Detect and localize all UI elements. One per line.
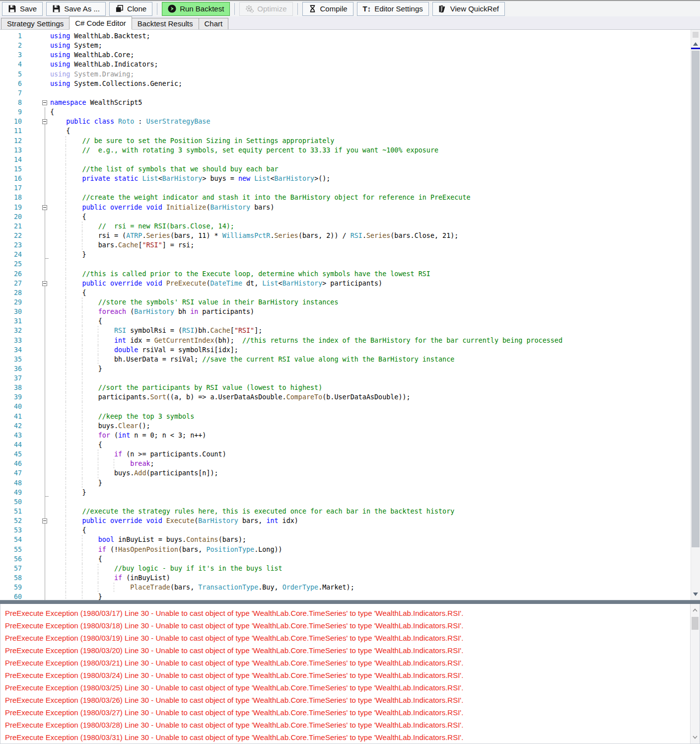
- code-line[interactable]: 10 public class Roto : UserStrategyBase: [0, 117, 691, 126]
- code-line[interactable]: 49 }: [0, 488, 691, 497]
- save-button[interactable]: Save: [2, 2, 43, 16]
- code-line[interactable]: 41 //keep the top 3 symbols: [0, 412, 691, 421]
- code-line[interactable]: 34 double rsiVal = symbolRsi[idx];: [0, 345, 691, 355]
- code-line[interactable]: 20 {: [0, 212, 691, 222]
- code-line[interactable]: 21 // rsi = new RSI(bars.Close, 14);: [0, 222, 691, 231]
- tab-chart[interactable]: Chart: [199, 18, 229, 29]
- save-as-button[interactable]: Save As ...: [46, 2, 106, 16]
- scroll-down-button[interactable]: [693, 593, 698, 596]
- code-line[interactable]: 31 {: [0, 316, 691, 326]
- code-line[interactable]: 27 public override void PreExecute(DateT…: [0, 279, 691, 288]
- error-row[interactable]: PreExecute Exception (1980/03/19) Line 3…: [0, 632, 690, 644]
- code-line[interactable]: 15 //the list of symbols that we should …: [0, 164, 691, 174]
- code-line[interactable]: 11 {: [0, 126, 691, 136]
- error-row[interactable]: PreExecute Exception (1980/03/28) Line 3…: [0, 719, 690, 731]
- code-line[interactable]: 16 private static List<BarHistory> buys …: [0, 174, 691, 183]
- code-line[interactable]: 13 // e.g., with rotating 3 symbols, set…: [0, 146, 691, 155]
- code-line[interactable]: 48 }: [0, 478, 691, 488]
- code-line[interactable]: 14: [0, 155, 691, 164]
- code-line[interactable]: 53 {: [0, 525, 691, 535]
- tab-code-editor[interactable]: C# Code Editor: [69, 16, 132, 30]
- code-line[interactable]: 35 bh.UserData = rsiVal; //save the curr…: [0, 355, 691, 364]
- code-line[interactable]: 4using WealthLab.Indicators;: [0, 60, 691, 69]
- code-line[interactable]: 36 }: [0, 364, 691, 373]
- fold-toggle-icon[interactable]: [42, 519, 47, 523]
- code-line[interactable]: 8namespace WealthScript5: [0, 98, 691, 107]
- code-line[interactable]: 60 }: [0, 592, 691, 600]
- optimize-button[interactable]: Optimize: [239, 2, 292, 16]
- code-line[interactable]: 45 if (n >= participants.Count): [0, 449, 691, 459]
- code-line[interactable]: 44 {: [0, 440, 691, 449]
- code-line[interactable]: 38 //sort the participants by RSI value …: [0, 383, 691, 392]
- error-row[interactable]: PreExecute Exception (1980/03/20) Line 3…: [0, 644, 690, 657]
- code-line[interactable]: 7: [0, 88, 691, 98]
- error-row[interactable]: PreExecute Exception (1980/03/27) Line 3…: [0, 706, 690, 719]
- editor-scrollbar[interactable]: [691, 30, 700, 600]
- fold-toggle-icon[interactable]: [42, 205, 47, 210]
- code-line[interactable]: 57 //buy logic - buy if it's in the buys…: [0, 564, 691, 573]
- code-line[interactable]: 43 for (int n = 0; n < 3; n++): [0, 431, 691, 440]
- scrollbar-thumb[interactable]: [692, 617, 699, 630]
- code-line[interactable]: 54 bool inBuyList = buys.Contains(bars);: [0, 535, 691, 544]
- error-row[interactable]: PreExecute Exception (1980/03/25) Line 3…: [0, 681, 690, 694]
- code-line[interactable]: 26 //this is called prior to the Execute…: [0, 269, 691, 279]
- code-line[interactable]: 52 public override void Execute(BarHisto…: [0, 516, 691, 525]
- view-quickref-button[interactable]: View QuickRef: [432, 2, 505, 16]
- code-line[interactable]: 55 if (!HasOpenPosition(bars, PositionTy…: [0, 545, 691, 554]
- code-line[interactable]: 37: [0, 373, 691, 383]
- code-line[interactable]: 47 buys.Add(participants[n]);: [0, 468, 691, 478]
- error-row[interactable]: PreExecute Exception (1980/03/17) Line 3…: [0, 607, 690, 619]
- error-row[interactable]: PreExecute Exception (1980/03/24) Line 3…: [0, 669, 690, 681]
- run-backtest-button[interactable]: Run Backtest: [162, 2, 230, 16]
- compile-button[interactable]: Compile: [302, 2, 353, 16]
- code-line[interactable]: 25: [0, 259, 691, 269]
- error-row[interactable]: PreExecute Exception (1980/03/31) Line 3…: [0, 731, 690, 744]
- code-line[interactable]: 5using System.Drawing;: [0, 70, 691, 79]
- code-line[interactable]: 59 PlaceTrade(bars, TransactionType.Buy,…: [0, 583, 691, 592]
- code-line[interactable]: 17: [0, 183, 691, 193]
- code-line[interactable]: 18 //create the weight indicator and sta…: [0, 193, 691, 202]
- error-panel-scrollbar[interactable]: [690, 604, 700, 744]
- code-line[interactable]: 6using System.Collections.Generic;: [0, 79, 691, 88]
- code-line[interactable]: 29 //store the symbols' RSI value in the…: [0, 298, 691, 307]
- scrollbar-splitter-grip[interactable]: [693, 32, 699, 38]
- code-line[interactable]: 19 public override void Initialize(BarHi…: [0, 203, 691, 212]
- tab-backtest-results[interactable]: Backtest Results: [132, 18, 199, 29]
- code-line[interactable]: 46 break;: [0, 459, 691, 468]
- code-line[interactable]: 51 //execute the strategy rules here, th…: [0, 507, 691, 516]
- code-line[interactable]: 42 buys.Clear();: [0, 421, 691, 431]
- code-line[interactable]: 50: [0, 497, 691, 507]
- code-line[interactable]: 3using WealthLab.Core;: [0, 50, 691, 60]
- code-line[interactable]: 2using System;: [0, 41, 691, 50]
- clone-button[interactable]: Clone: [109, 2, 152, 16]
- editor-errors-splitter[interactable]: [0, 600, 700, 604]
- code-line[interactable]: 28 {: [0, 288, 691, 298]
- error-row[interactable]: PreExecute Exception (1980/03/18) Line 3…: [0, 619, 690, 632]
- scrollbar-thumb[interactable]: [692, 51, 700, 547]
- code-line[interactable]: 39 participants.Sort((a, b) => a.UserDat…: [0, 392, 691, 402]
- scroll-up-chevron-icon[interactable]: [692, 607, 699, 614]
- code-line[interactable]: 58 if (inBuyList): [0, 573, 691, 583]
- error-row[interactable]: PreExecute Exception (1980/03/21) Line 3…: [0, 657, 690, 669]
- code-line[interactable]: 40: [0, 402, 691, 411]
- scroll-down-chevron-icon[interactable]: [692, 734, 699, 741]
- scroll-up-button[interactable]: [693, 42, 698, 46]
- code-line[interactable]: 33 int idx = GetCurrentIndex(bh); //this…: [0, 336, 691, 345]
- code-line[interactable]: 22 rsi = (ATRP.Series(bars, 11) * Willia…: [0, 231, 691, 240]
- code-line[interactable]: 32 RSI symbolRsi = (RSI)bh.Cache["RSI"];: [0, 326, 691, 335]
- fold-toggle-icon[interactable]: [42, 281, 47, 286]
- code-lines[interactable]: 1using WealthLab.Backtest;2using System;…: [0, 30, 691, 600]
- code-editor[interactable]: 1using WealthLab.Backtest;2using System;…: [0, 30, 700, 600]
- code-line[interactable]: 1using WealthLab.Backtest;: [0, 31, 691, 41]
- code-line[interactable]: 23 bars.Cache["RSI"] = rsi;: [0, 240, 691, 250]
- code-line[interactable]: 12 // be sure to set the Position Sizing…: [0, 136, 691, 146]
- tab-strategy-settings[interactable]: Strategy Settings: [1, 18, 70, 29]
- error-row[interactable]: PreExecute Exception (1980/03/26) Line 3…: [0, 694, 690, 706]
- code-line[interactable]: 30 foreach (BarHistory bh in participant…: [0, 307, 691, 316]
- fold-toggle-icon[interactable]: [42, 100, 47, 105]
- fold-toggle-icon[interactable]: [42, 119, 47, 124]
- code-line[interactable]: 24 }: [0, 250, 691, 259]
- code-line[interactable]: 56 {: [0, 554, 691, 564]
- code-line[interactable]: 9{: [0, 107, 691, 117]
- editor-settings-button[interactable]: T↕ Editor Settings: [357, 2, 429, 16]
